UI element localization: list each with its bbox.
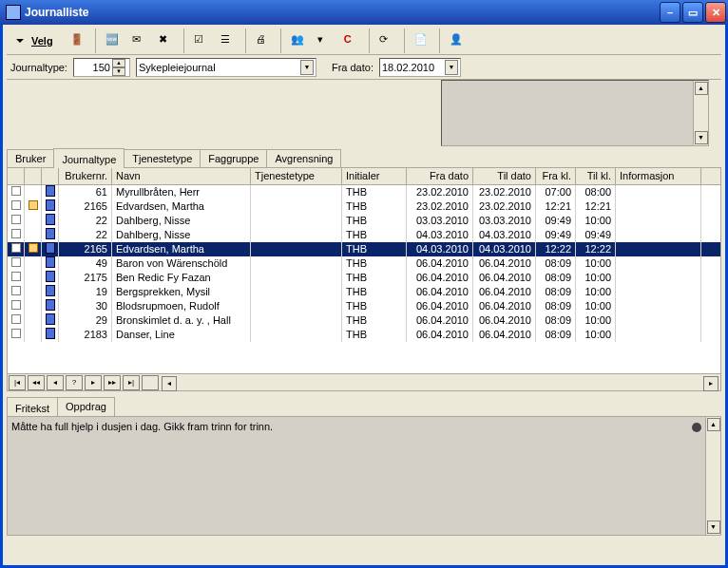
row-checkbox[interactable] [11, 186, 21, 196]
tab-oppdrag[interactable]: Oppdrag [57, 397, 115, 416]
column-header[interactable]: Fra kl. [536, 168, 576, 184]
cell: 10:00 [576, 256, 616, 271]
cell [25, 313, 42, 328]
refresh-button[interactable]: ⟳ [375, 30, 398, 51]
row-checkbox[interactable] [11, 314, 21, 324]
column-header[interactable]: Til kl. [576, 168, 616, 184]
table-row[interactable]: 22Dahlberg, NisseTHB04.03.201004.03.2010… [8, 228, 720, 242]
journaltype-spin[interactable]: ▲▼ [73, 58, 130, 77]
column-header[interactable]: Tjenestetype [251, 168, 342, 184]
row-checkbox[interactable] [11, 329, 21, 338]
cell: 10:00 [576, 299, 616, 313]
scroll-up-icon[interactable]: ▲ [695, 82, 708, 95]
export-person-button[interactable]: 👤 [446, 30, 469, 51]
column-header[interactable]: Initialer [342, 168, 407, 184]
scroll-up-icon[interactable]: ▲ [707, 418, 720, 431]
row-checkbox[interactable] [11, 272, 21, 281]
nav-last-button[interactable]: ▸| [123, 375, 140, 390]
row-checkbox[interactable] [11, 257, 21, 267]
column-header[interactable]: Navn [112, 168, 251, 184]
tab-fritekst[interactable]: Fritekst [7, 397, 58, 417]
note-icon [46, 271, 55, 282]
new-button[interactable]: 🆕 [102, 30, 125, 51]
row-checkbox[interactable] [11, 300, 21, 310]
cell: 12:21 [576, 199, 616, 214]
journaltype-value[interactable] [74, 62, 112, 73]
nav-next-page-button[interactable]: ▸▸ [104, 375, 121, 390]
exit-button[interactable]: 🚪 [67, 30, 89, 51]
nav-prev-page-button[interactable]: ◂◂ [28, 375, 45, 390]
spin-down-icon[interactable]: ▼ [112, 67, 125, 76]
columns-button[interactable]: ☰ [217, 30, 239, 51]
print-button[interactable]: 🖨 [252, 30, 275, 51]
nav-first-button[interactable]: |◂ [9, 375, 26, 390]
table-row[interactable]: 2183Danser, LineTHB06.04.201006.04.20100… [8, 328, 720, 342]
grid-body[interactable]: 61Myrullbråten, HerrTHB23.02.201023.02.2… [8, 185, 720, 373]
table-row[interactable]: 2175Ben Redic Fy FazanTHB06.04.201006.04… [8, 271, 720, 285]
group-button[interactable]: 👥 [287, 30, 310, 51]
tab-tjenestetype[interactable]: Tjenestetype [124, 149, 201, 167]
column-header[interactable] [8, 168, 25, 184]
table-row[interactable]: 49Baron von WärenschöldTHB06.04.201006.0… [8, 256, 720, 271]
nav-query-button[interactable]: ? [66, 375, 83, 390]
column-header[interactable] [25, 168, 42, 184]
spin-up-icon[interactable]: ▲ [112, 59, 125, 67]
table-row[interactable]: 2165Edvardsen, MarthaTHB04.03.201004.03.… [8, 242, 720, 256]
title-bar: Journalliste – ▭ ✕ [0, 0, 728, 25]
scroll-left-icon[interactable]: ◂ [162, 376, 177, 391]
minimize-button[interactable]: – [660, 2, 680, 23]
row-checkbox[interactable] [11, 286, 21, 295]
table-row[interactable]: 29Bronskimlet d. a. y. , HallTHB06.04.20… [8, 313, 720, 328]
column-header[interactable]: Fra dato [407, 168, 473, 184]
note-scrollbar[interactable]: ▲ ▼ [693, 81, 708, 145]
chevron-down-icon[interactable]: ▼ [300, 60, 314, 75]
journaltype-combo[interactable]: Sykepleiejournal ▼ [136, 58, 316, 77]
table-row[interactable]: 2165Edvardsen, MarthaTHB23.02.201023.02.… [8, 199, 720, 214]
cell [25, 199, 42, 214]
table-row[interactable]: 22Dahlberg, NisseTHB03.03.201003.03.2010… [8, 214, 720, 228]
nav-extra-button[interactable] [142, 375, 159, 390]
upper-tabs: BrukerJournaltypeTjenestetypeFaggruppeAv… [7, 148, 721, 167]
chevron-down-icon[interactable]: ▼ [445, 60, 458, 75]
copy-button[interactable]: 📄 [411, 30, 433, 51]
row-checkbox[interactable] [11, 243, 21, 253]
cell: 04.03.2010 [407, 228, 473, 242]
delete-button[interactable]: ✖ [155, 30, 178, 51]
tab-avgrensning[interactable]: Avgrensning [266, 149, 341, 167]
cell: THB [342, 271, 407, 285]
maximize-button[interactable]: ▭ [682, 2, 703, 23]
grid-hscroll[interactable]: ◂ ▸ [161, 375, 719, 390]
cell [25, 299, 42, 313]
velg-menu[interactable]: Velg [9, 35, 61, 47]
detail-scrollbar[interactable]: ▲ ▼ [705, 417, 720, 535]
cell [616, 299, 701, 313]
scroll-down-icon[interactable]: ▼ [707, 521, 720, 534]
close-button[interactable]: ✕ [705, 2, 726, 23]
checklist-button[interactable]: ☑ [190, 30, 213, 51]
cell: 10:00 [576, 313, 616, 328]
cell: Myrullbråten, Herr [112, 185, 251, 199]
scroll-right-icon[interactable]: ▸ [703, 376, 718, 391]
column-header[interactable]: Brukernr. [59, 168, 112, 184]
tab-journaltype[interactable]: Journaltype [53, 148, 125, 168]
table-row[interactable]: 61Myrullbråten, HerrTHB23.02.201023.02.2… [8, 185, 720, 199]
sort-button[interactable]: ▾ [314, 30, 336, 51]
refresh-icon: ⟳ [379, 33, 394, 48]
fradato-combo[interactable]: 18.02.2010 ▼ [379, 58, 461, 77]
tab-bruker[interactable]: Bruker [7, 149, 54, 167]
table-row[interactable]: 30Blodsrupmoen, RudolfTHB06.04.201006.04… [8, 299, 720, 313]
mark-c-button[interactable]: C [340, 30, 363, 51]
column-header[interactable]: Til dato [473, 168, 536, 184]
column-header[interactable]: Informasjon [616, 168, 701, 184]
row-checkbox[interactable] [11, 229, 21, 238]
row-checkbox[interactable] [11, 215, 21, 224]
inbox-button[interactable]: ✉ [128, 30, 151, 51]
column-header[interactable] [42, 168, 59, 184]
cell [25, 214, 42, 228]
nav-prev-button[interactable]: ◂ [47, 375, 64, 390]
nav-next-button[interactable]: ▸ [85, 375, 102, 390]
row-checkbox[interactable] [11, 200, 21, 210]
table-row[interactable]: 19Bergsprekken, MysilTHB06.04.201006.04.… [8, 285, 720, 299]
tab-faggruppe[interactable]: Faggruppe [200, 149, 267, 167]
scroll-down-icon[interactable]: ▼ [695, 131, 708, 144]
